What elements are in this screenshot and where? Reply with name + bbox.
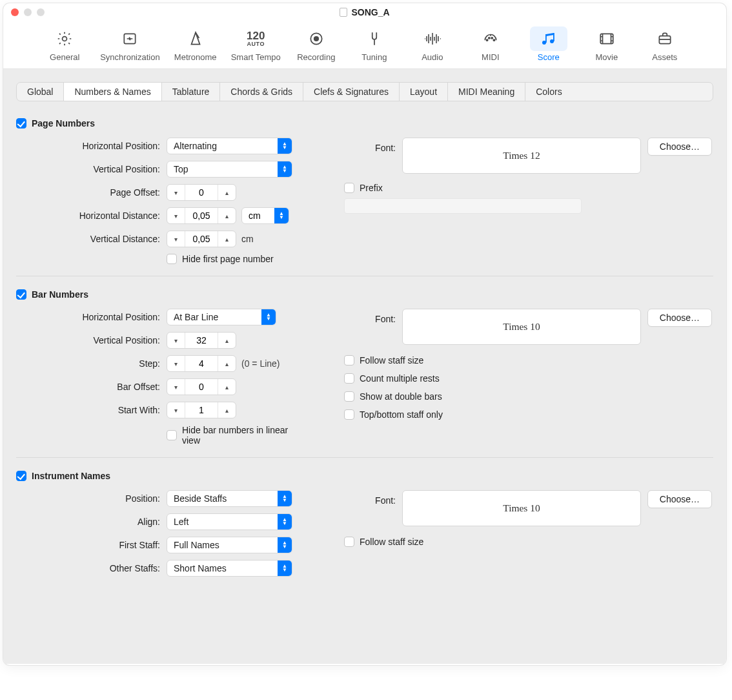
toolbar-midi[interactable]: MIDI	[468, 26, 513, 62]
body: Global Numbers & Names Tablature Chords …	[3, 69, 726, 664]
other-staffs-label: Other Staffs:	[16, 563, 161, 573]
chevron-down-icon[interactable]: ▾	[167, 379, 185, 395]
position-select[interactable]: Beside Staffs	[167, 490, 292, 507]
align-label: Align:	[16, 517, 161, 527]
toolbar-score[interactable]: Score	[526, 26, 571, 62]
tabs: Global Numbers & Names Tablature Chords …	[16, 82, 713, 101]
divider	[16, 276, 713, 276]
prefix-checkbox[interactable]	[344, 183, 354, 193]
chevron-down-icon[interactable]: ▾	[167, 333, 185, 348]
first-staff-select[interactable]: Full Names	[167, 537, 292, 553]
chevron-updown-icon	[278, 514, 292, 530]
section-page-numbers: Page Numbers Horizontal Position: Altern…	[16, 118, 713, 264]
tab-global[interactable]: Global	[17, 83, 64, 101]
bar-offset-stepper[interactable]: ▾0▴	[167, 378, 236, 395]
hpos-select[interactable]: Alternating	[167, 138, 292, 154]
chevron-down-icon[interactable]: ▾	[167, 356, 185, 371]
chevron-up-icon[interactable]: ▴	[218, 231, 236, 247]
inst-follow-staff-size-checkbox[interactable]	[344, 537, 354, 547]
toolbar-synchronization[interactable]: Synchronization	[100, 26, 160, 62]
svg-point-6	[491, 37, 493, 39]
window-title: SONG_A	[3, 7, 726, 17]
chevron-updown-icon	[278, 491, 292, 506]
toolbar-tuning[interactable]: Tuning	[352, 26, 397, 62]
follow-staff-size-checkbox[interactable]	[344, 355, 354, 365]
chevron-down-icon[interactable]: ▾	[167, 185, 185, 200]
bar-font-choose-button[interactable]: Choose…	[647, 309, 712, 327]
toolbar-audio[interactable]: Audio	[410, 26, 455, 62]
vdist-stepper[interactable]: ▾0,05▴	[167, 231, 236, 247]
chevron-down-icon[interactable]: ▾	[167, 231, 185, 247]
top-bottom-staff-checkbox[interactable]	[344, 409, 354, 420]
hdist-stepper[interactable]: ▾0,05▴	[167, 207, 236, 224]
page-offset-stepper[interactable]: ▾0▴	[167, 184, 236, 201]
page-font-choose-button[interactable]: Choose…	[647, 138, 712, 156]
tab-layout[interactable]: Layout	[400, 83, 448, 101]
tab-tablature[interactable]: Tablature	[162, 83, 221, 101]
chevron-up-icon[interactable]: ▴	[218, 333, 236, 348]
bar-numbers-checkbox[interactable]	[16, 289, 26, 300]
divider	[16, 457, 713, 458]
page-font-label: Font:	[358, 138, 396, 153]
inst-follow-staff-size-label: Follow staff size	[360, 537, 423, 547]
svg-point-4	[486, 39, 487, 41]
svg-point-7	[493, 39, 494, 41]
tab-numbers-names[interactable]: Numbers & Names	[64, 83, 161, 101]
toolbar-general[interactable]: General	[42, 26, 87, 62]
toolbar-smart-tempo[interactable]: 120 AUTO Smart Tempo	[231, 26, 281, 62]
inst-font-choose-button[interactable]: Choose…	[647, 490, 712, 508]
music-notes-icon	[530, 26, 567, 51]
start-with-label: Start With:	[16, 405, 161, 415]
toolbar-movie[interactable]: Movie	[584, 26, 629, 62]
chevron-updown-icon	[278, 561, 292, 576]
titlebar: SONG_A	[3, 3, 726, 21]
chevron-down-icon[interactable]: ▾	[167, 402, 185, 418]
tab-chords-grids[interactable]: Chords & Grids	[220, 83, 303, 101]
step-stepper[interactable]: ▾4▴	[167, 355, 236, 372]
chevron-up-icon[interactable]: ▴	[218, 208, 236, 223]
chevron-up-icon[interactable]: ▴	[218, 185, 236, 200]
hide-first-page-label: Hide first page number	[182, 254, 274, 264]
bar-numbers-title: Bar Numbers	[32, 289, 88, 300]
chevron-updown-icon	[278, 138, 292, 154]
bar-vpos-stepper[interactable]: ▾32▴	[167, 332, 236, 349]
show-at-double-bars-checkbox[interactable]	[344, 391, 354, 402]
bar-vpos-label: Vertical Position:	[16, 335, 161, 345]
chevron-up-icon[interactable]: ▴	[218, 379, 236, 395]
vpos-select[interactable]: Top	[167, 161, 292, 178]
other-staffs-select[interactable]: Short Names	[167, 560, 292, 577]
bar-font-label: Font:	[358, 309, 396, 324]
bar-hpos-select[interactable]: At Bar Line	[167, 309, 276, 325]
position-label: Position:	[16, 493, 161, 504]
prefix-field[interactable]	[344, 198, 582, 214]
toolbar-metronome[interactable]: Metronome	[173, 26, 218, 62]
svg-point-5	[489, 37, 490, 39]
toolbar-assets[interactable]: Assets	[642, 26, 687, 62]
hdist-unit-select[interactable]: cm	[241, 207, 289, 224]
count-multiple-rests-checkbox[interactable]	[344, 373, 354, 384]
show-at-double-bars-label: Show at double bars	[360, 391, 442, 402]
chevron-up-icon[interactable]: ▴	[218, 402, 236, 418]
tab-colors[interactable]: Colors	[525, 83, 572, 101]
count-multiple-rests-label: Count multiple rests	[360, 373, 440, 384]
chevron-down-icon[interactable]: ▾	[167, 208, 185, 223]
start-with-stepper[interactable]: ▾1▴	[167, 402, 236, 418]
prefix-label: Prefix	[360, 183, 383, 193]
top-bottom-staff-label: Top/bottom staff only	[360, 409, 443, 420]
tuning-fork-icon	[356, 26, 393, 51]
metronome-icon	[177, 26, 214, 51]
instrument-names-checkbox[interactable]	[16, 471, 26, 481]
hide-first-page-checkbox[interactable]	[167, 254, 177, 264]
chevron-updown-icon	[278, 537, 292, 553]
hdist-label: Horizontal Distance:	[16, 211, 161, 221]
chevron-up-icon[interactable]: ▴	[218, 356, 236, 371]
record-icon	[298, 26, 335, 51]
hide-bar-linear-checkbox[interactable]	[167, 430, 177, 440]
toolbar-recording[interactable]: Recording	[294, 26, 339, 62]
tab-clefs-signatures[interactable]: Clefs & Signatures	[303, 83, 400, 101]
align-select[interactable]: Left	[167, 513, 292, 530]
page-numbers-checkbox[interactable]	[16, 118, 26, 129]
instrument-names-title: Instrument Names	[32, 471, 110, 481]
tab-midi-meaning[interactable]: MIDI Meaning	[448, 83, 525, 101]
follow-staff-size-label: Follow staff size	[360, 355, 423, 365]
